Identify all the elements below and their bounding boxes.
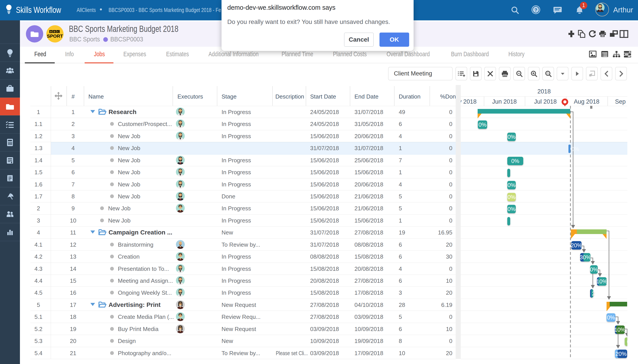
svg-text:B: B	[54, 30, 55, 33]
svg-text:?: ?	[534, 7, 537, 12]
svg-text:B: B	[50, 30, 52, 33]
svg-text:C: C	[57, 30, 59, 33]
svg-text:SPORT: SPORT	[47, 34, 63, 38]
